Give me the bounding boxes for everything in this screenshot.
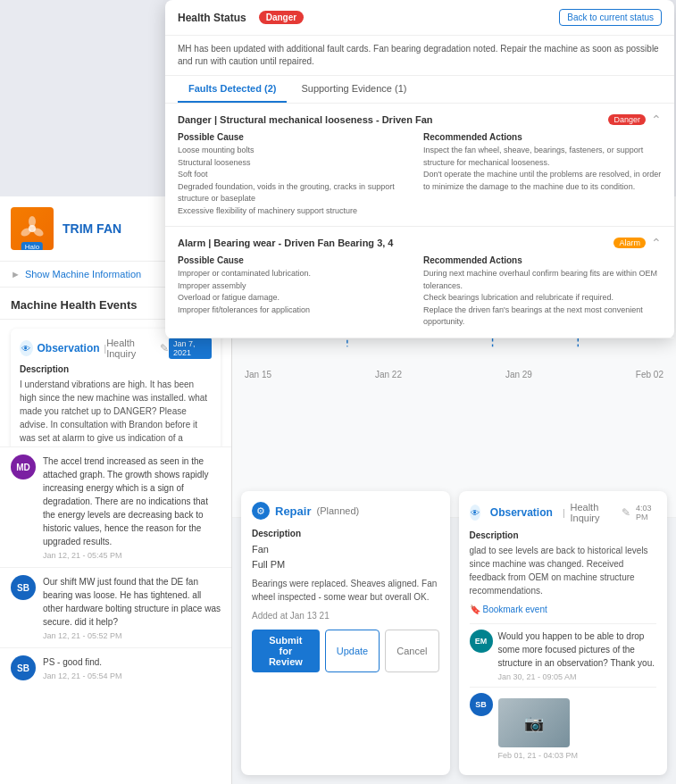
obs-subtype-label: Health Inquiry [106, 338, 155, 359]
danger-badge: Danger [259, 11, 304, 24]
fault-section: Danger | Structural mechanical looseness… [165, 104, 674, 338]
comment-em-date: Jan 30, 21 - 09:05 AM [498, 672, 657, 681]
comment-md: MD The accel trend increased as seen in … [0, 446, 231, 567]
repair-title: Repair [275, 505, 311, 518]
repair-actions: Submit for Review Update Cancel [252, 630, 439, 672]
comment-date-md: Jan 12, 21 - 05:45 PM [43, 551, 221, 560]
health-modal-tabs: Faults Detected (2) Supporting Evidence … [165, 76, 674, 104]
comment-text-sb-1: Our shift MW just found that the DE fan … [43, 575, 221, 629]
left-panel-comments: MD The accel trend increased as seen in … [0, 446, 232, 784]
fault-1-cause-col: Possible Cause Loose mounting boltsStruc… [178, 132, 416, 217]
comment-text-md: The accel trend increased as seen in the… [43, 455, 221, 548]
image-thumbnail: 📷 [498, 698, 570, 747]
fault-2-cause-title: Possible Cause [178, 255, 416, 265]
bookmark-right-label: Bookmark event [483, 605, 547, 614]
obs-desc-title-left: Description [20, 364, 212, 374]
obs-right-subtype: Health Inquiry [570, 502, 612, 523]
comment-sb-1: SB Our shift MW just found that the DE f… [0, 567, 231, 647]
update-button[interactable]: Update [325, 630, 380, 672]
comment-sb-right-date: Feb 01, 21 - 04:03 PM [498, 751, 579, 760]
repair-notes: Bearings were replaced. Sheaves aligned.… [252, 577, 439, 604]
obs-right-desc-title: Description [470, 530, 657, 540]
fault-1-recommended-title: Recommended Actions [423, 132, 662, 142]
fault-2-recommended-col: Recommended Actions During next machine … [423, 255, 662, 329]
observation-card-right: 👁 Observation | Health Inquiry ✎ 4:03 PM… [459, 491, 668, 775]
comment-text-sb-2: PS - good find. [43, 655, 221, 669]
fault-1-cause-text: Loose mounting boltsStructural looseness… [178, 145, 416, 217]
fault-2-title: Alarm | Bearing wear - Driven Fan Bearin… [178, 238, 394, 248]
comment-sb-right: SB 📷 Feb 01, 21 - 04:03 PM [470, 687, 657, 760]
fault-2-recommended-title: Recommended Actions [423, 255, 662, 265]
comment-sb-2: SB PS - good find. Jan 12, 21 - 05:54 PM [0, 647, 231, 688]
fault-1-badge: Danger [608, 114, 646, 125]
obs-right-edit-icon[interactable]: ✎ [622, 506, 630, 519]
health-modal-header: Health Status Danger Back to current sta… [165, 0, 674, 36]
bottom-cards: ⚙ Repair (Planned) Description FanFull P… [232, 482, 676, 784]
fault-2-chevron-icon: ⌃ [651, 236, 662, 250]
comment-date-sb-1: Jan 12, 21 - 05:52 PM [43, 631, 221, 640]
machine-name: TRIM FAN [63, 221, 121, 236]
fault-2-cause-col: Possible Cause Improper or contaminated … [178, 255, 416, 329]
fault-2-badge: Alarm [613, 238, 646, 248]
comment-avatar-md: MD [11, 455, 36, 480]
obs-right-pipe: | [563, 508, 565, 518]
machine-avatar: Halo [11, 207, 54, 250]
fault-1-cols: Possible Cause Loose mounting boltsStruc… [178, 132, 662, 217]
cancel-button[interactable]: Cancel [385, 630, 438, 672]
fault-1-recommended-text: Inspect the fan wheel, sheave, bearings,… [423, 145, 662, 193]
repair-desc-text: FanFull PM [252, 542, 439, 571]
comment-em-body: Would you happen to be able to drop some… [498, 630, 657, 681]
show-machine-info-label: Show Machine Information [25, 269, 141, 279]
comment-em: EM Would you happen to be able to drop s… [470, 623, 657, 681]
comment-avatar-em: EM [470, 630, 493, 653]
comment-avatar-sb-right: SB [470, 693, 493, 716]
fault-2-recommended-text: During next machine overhaul confirm bea… [423, 268, 662, 329]
comment-avatar-sb-2: SB [11, 655, 36, 680]
fault-card-1: Danger | Structural mechanical looseness… [165, 104, 674, 227]
repair-card: ⚙ Repair (Planned) Description FanFull P… [241, 491, 450, 775]
obs-right-desc-text: glad to see levels are back to historica… [470, 544, 657, 597]
comment-sb-right-body: 📷 Feb 01, 21 - 04:03 PM [498, 693, 579, 760]
repair-added: Added at Jan 13 21 [252, 611, 439, 621]
fault-1-chevron-icon: ⌃ [651, 113, 662, 127]
repair-icon: ⚙ [252, 502, 270, 520]
obs-right-date: 4:03 PM [636, 504, 656, 521]
comment-avatar-sb-1: SB [11, 575, 36, 600]
triangle-icon: ► [11, 269, 21, 279]
health-status-label: Health Status [178, 12, 246, 24]
obs-right-type: Observation [490, 506, 553, 519]
comment-body-sb-2: PS - good find. Jan 12, 21 - 05:54 PM [43, 655, 221, 680]
fault-1-title: Danger | Structural mechanical looseness… [178, 114, 433, 125]
fault-card-1-header: Danger | Structural mechanical looseness… [178, 113, 662, 127]
back-status-button[interactable]: Back to current status [559, 9, 662, 26]
fault-1-recommended-col: Recommended Actions Inspect the fan whee… [423, 132, 662, 217]
comment-date-sb-2: Jan 12, 21 - 05:54 PM [43, 671, 221, 680]
repair-status: (Planned) [316, 505, 359, 516]
obs-right-header: 👁 Observation | Health Inquiry ✎ 4:03 PM [470, 502, 657, 523]
bookmark-right-icon: 🔖 [470, 605, 480, 614]
observation-icon: 👁 [20, 340, 33, 356]
repair-card-header: ⚙ Repair (Planned) [252, 502, 439, 520]
bookmark-event-right[interactable]: 🔖 Bookmark event [470, 605, 657, 614]
comment-body-md: The accel trend increased as seen in the… [43, 455, 221, 560]
tab-supporting-evidence[interactable]: Supporting Evidence (1) [290, 76, 417, 103]
health-modal-description: MH has been updated with additional faul… [165, 36, 674, 76]
fault-2-cause-text: Improper or contaminated lubrication.Imp… [178, 268, 416, 316]
comment-body-sb-1: Our shift MW just found that the DE fan … [43, 575, 221, 640]
svg-point-1 [29, 216, 36, 227]
repair-desc-title: Description [252, 529, 439, 538]
submit-review-button[interactable]: Submit for Review [252, 630, 320, 672]
fault-card-2: Alarm | Bearing wear - Driven Fan Bearin… [165, 227, 674, 338]
obs-right-icon: 👁 [470, 505, 480, 521]
fault-card-2-header: Alarm | Bearing wear - Driven Fan Bearin… [178, 236, 662, 250]
comment-em-text: Would you happen to be able to drop some… [498, 630, 657, 670]
fault-1-cause-title: Possible Cause [178, 132, 416, 142]
edit-icon[interactable]: ✎ [160, 342, 169, 354]
fan-icon [19, 215, 46, 242]
obs-date-badge: Jan 7, 2021 [169, 338, 212, 359]
health-status-modal: Health Status Danger Back to current sta… [165, 0, 674, 338]
fault-2-cols: Possible Cause Improper or contaminated … [178, 255, 662, 329]
tab-faults-detected[interactable]: Faults Detected (2) [178, 76, 287, 103]
obs-type-label: Observation [38, 342, 100, 354]
obs-card-left-header: 👁 Observation | Health Inquiry ✎ Jan 7, … [20, 338, 212, 359]
